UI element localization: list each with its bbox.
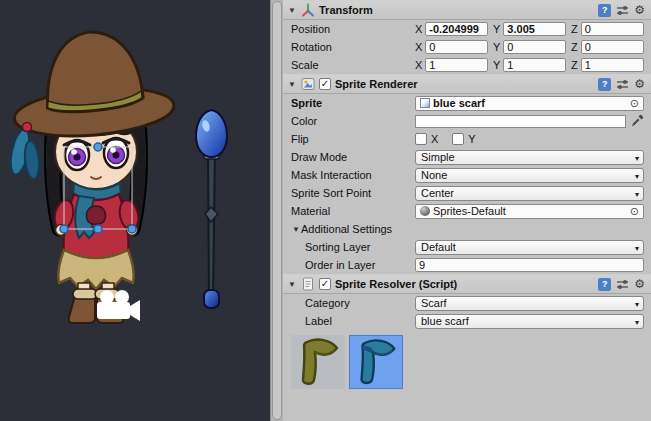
chevron-down-icon: ▾ [635, 317, 639, 326]
position-label: Position [291, 23, 415, 35]
unity-editor-window: ▼ Transform ? ⚙ Position X -0.204999 Y 3… [0, 0, 651, 421]
object-picker-icon[interactable]: ⊙ [630, 98, 639, 109]
scale-row: Scale X 1 Y 1 Z 1 [283, 56, 651, 74]
scale-z-field[interactable]: 1 [581, 58, 644, 72]
preset-icon[interactable] [616, 4, 629, 17]
flip-y-label: Y [468, 133, 475, 145]
check-icon: ✓ [321, 79, 329, 89]
scale-y-field[interactable]: 1 [503, 58, 566, 72]
gizmo-handle-top [94, 143, 102, 151]
flip-label: Flip [291, 133, 415, 145]
sprite-resolver-header[interactable]: ▼ ✓ Sprite Resolver (Script) ? ⚙ [283, 274, 651, 294]
staff-sprite[interactable] [196, 110, 227, 308]
foldout-icon[interactable]: ▼ [287, 80, 297, 89]
rotation-z-field[interactable]: 0 [581, 40, 644, 54]
category-row: Category Scarf ▾ [283, 294, 651, 312]
draw-mode-dropdown[interactable]: Simple ▾ [415, 150, 644, 165]
rotation-y-field[interactable]: 0 [503, 40, 566, 54]
position-z-field[interactable]: 0 [581, 22, 644, 36]
character-sprite[interactable] [7, 25, 175, 323]
material-label: Material [291, 205, 415, 217]
label-row: Label blue scarf ▾ [283, 312, 651, 330]
sprite-renderer-title: Sprite Renderer [335, 78, 418, 90]
scene-canvas [0, 0, 270, 421]
preset-icon[interactable] [616, 278, 629, 291]
label-label: Label [305, 315, 415, 327]
position-row: Position X -0.204999 Y 3.005 Z 0 [283, 20, 651, 38]
rotation-label: Rotation [291, 41, 415, 53]
flip-x-checkbox[interactable] [415, 133, 427, 145]
draw-mode-label: Draw Mode [291, 151, 415, 163]
scrollbar-thumb[interactable] [272, 1, 282, 420]
foldout-icon[interactable]: ▼ [287, 6, 297, 15]
draw-mode-value: Simple [421, 151, 455, 163]
position-y-field[interactable]: 3.005 [503, 22, 566, 36]
mask-interaction-label: Mask Interaction [291, 169, 415, 181]
y-axis-label: Y [493, 23, 500, 35]
material-object-field[interactable]: Sprites-Default ⊙ [415, 204, 644, 219]
sorting-layer-dropdown[interactable]: Default ▾ [415, 240, 644, 255]
help-icon[interactable]: ? [598, 4, 611, 17]
mask-interaction-dropdown[interactable]: None ▾ [415, 168, 644, 183]
inspector-scrollbar[interactable] [270, 0, 283, 421]
material-sphere-icon [420, 206, 430, 216]
camera-gizmo-icon[interactable] [97, 290, 140, 321]
eyedropper-icon[interactable] [630, 114, 644, 128]
order-in-layer-field[interactable]: 9 [415, 258, 644, 272]
chevron-down-icon: ▾ [635, 171, 639, 180]
sprite-row: Sprite blue scarf ⊙ [283, 94, 651, 112]
sprite-renderer-header[interactable]: ▼ ✓ Sprite Renderer ? ⚙ [283, 74, 651, 94]
gear-icon[interactable]: ⚙ [634, 4, 645, 16]
flip-x-label: X [431, 133, 438, 145]
additional-settings-row[interactable]: ▼ Additional Settings [283, 220, 651, 238]
category-dropdown[interactable]: Scarf ▾ [415, 296, 644, 311]
sprite-sort-point-value: Center [421, 187, 454, 199]
sprite-thumbnail-scarf[interactable] [291, 335, 345, 389]
rotation-x-field[interactable]: 0 [425, 40, 488, 54]
sprite-sort-point-dropdown[interactable]: Center ▾ [415, 186, 644, 201]
gear-icon[interactable]: ⚙ [634, 78, 645, 90]
sprite-sort-point-label: Sprite Sort Point [291, 187, 415, 199]
chevron-down-icon: ▾ [635, 243, 639, 252]
z-axis-label: Z [571, 23, 578, 35]
flip-row: Flip X Y [283, 130, 651, 148]
sprite-resolver-title: Sprite Resolver (Script) [335, 278, 457, 290]
sprite-variant-strip [283, 330, 651, 389]
mask-interaction-value: None [421, 169, 447, 181]
preset-icon[interactable] [616, 78, 629, 91]
object-picker-icon[interactable]: ⊙ [630, 206, 639, 217]
scene-view[interactable] [0, 0, 270, 421]
order-in-layer-label: Order in Layer [305, 259, 415, 271]
x-axis-label: X [415, 41, 422, 53]
sprite-renderer-icon [301, 77, 315, 91]
x-axis-label: X [415, 23, 422, 35]
chevron-down-icon: ▾ [635, 299, 639, 308]
foldout-icon[interactable]: ▼ [291, 225, 301, 234]
x-axis-label: X [415, 59, 422, 71]
gear-icon[interactable]: ⚙ [634, 278, 645, 290]
order-in-layer-row: Order in Layer 9 [283, 256, 651, 274]
z-axis-label: Z [571, 59, 578, 71]
label-dropdown[interactable]: blue scarf ▾ [415, 314, 644, 329]
help-icon[interactable]: ? [598, 278, 611, 291]
transform-header[interactable]: ▼ Transform ? ⚙ [283, 0, 651, 20]
help-icon[interactable]: ? [598, 78, 611, 91]
material-row: Material Sprites-Default ⊙ [283, 202, 651, 220]
mask-interaction-row: Mask Interaction None ▾ [283, 166, 651, 184]
foldout-icon[interactable]: ▼ [287, 280, 297, 289]
scale-x-field[interactable]: 1 [425, 58, 488, 72]
y-axis-label: Y [493, 41, 500, 53]
color-swatch[interactable] [415, 115, 626, 128]
scale-label: Scale [291, 59, 415, 71]
sprite-asset-icon [420, 98, 430, 108]
flip-y-checkbox[interactable] [452, 133, 464, 145]
sorting-layer-label: Sorting Layer [305, 241, 415, 253]
component-enabled-checkbox[interactable]: ✓ [319, 278, 331, 290]
component-enabled-checkbox[interactable]: ✓ [319, 78, 331, 90]
position-x-field[interactable]: -0.204999 [425, 22, 488, 36]
sprite-object-field[interactable]: blue scarf ⊙ [415, 96, 644, 111]
sprite-thumbnail-blue-scarf[interactable] [349, 335, 403, 389]
sorting-layer-value: Default [421, 241, 456, 253]
sorting-layer-row: Sorting Layer Default ▾ [283, 238, 651, 256]
gizmo-handle-bottom-left [60, 225, 68, 233]
